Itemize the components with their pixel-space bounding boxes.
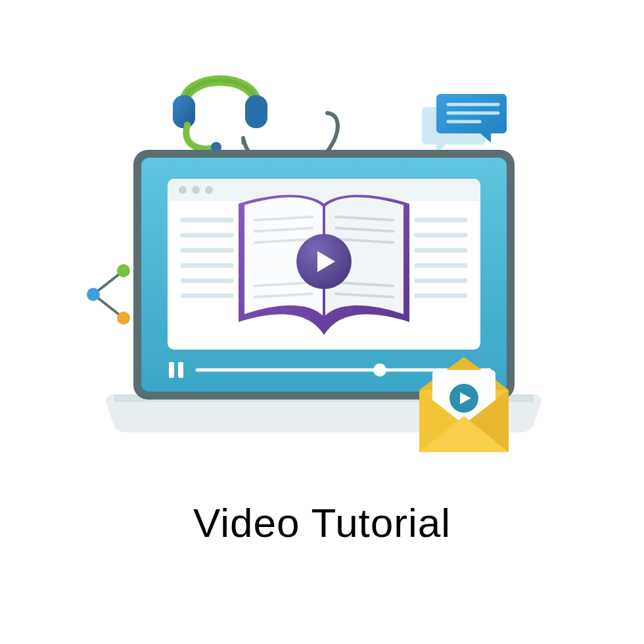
share-icon <box>87 264 130 325</box>
svg-rect-44 <box>178 362 183 378</box>
svg-point-17 <box>179 186 187 194</box>
svg-point-19 <box>205 186 213 194</box>
svg-point-10 <box>87 288 100 301</box>
chat-bubbles-icon <box>422 94 507 154</box>
play-icon <box>296 234 352 289</box>
svg-point-18 <box>192 186 200 194</box>
svg-rect-16 <box>168 195 480 201</box>
svg-point-11 <box>117 311 130 325</box>
svg-rect-43 <box>169 362 174 378</box>
caption-text: Video Tutorial <box>0 499 644 546</box>
svg-rect-1 <box>173 95 195 128</box>
play-icon <box>449 384 478 413</box>
svg-point-46 <box>373 363 386 377</box>
svg-rect-2 <box>245 95 267 128</box>
svg-point-9 <box>117 264 130 277</box>
headphones-icon <box>173 81 267 153</box>
